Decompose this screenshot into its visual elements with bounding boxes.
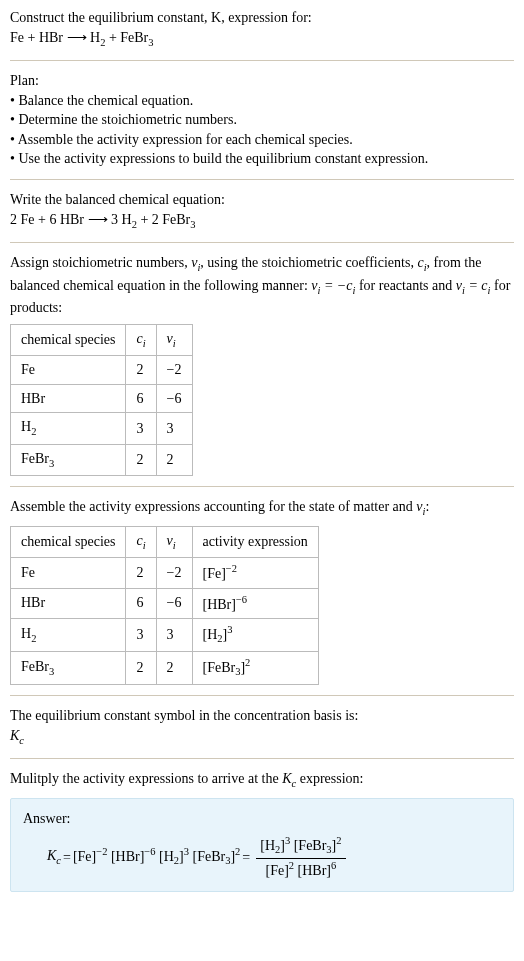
table-row: HBr 6 −6 [HBr]−6 [11,588,319,618]
multiply-text: Mulitply the activity expressions to arr… [10,771,282,786]
plan-block: Plan: • Balance the chemical equation. •… [10,71,514,169]
divider [10,695,514,696]
equals: = [242,848,250,868]
cell-species: FeBr3 [11,651,126,684]
cell-c: 6 [126,384,156,413]
cell-nu: 3 [156,413,192,444]
plan-item: • Assemble the activity expression for e… [10,130,514,150]
cell-species: HBr [11,384,126,413]
multiply-text: expression: [296,771,363,786]
cell-nu: 2 [156,651,192,684]
nu-symbol: νi [191,255,200,270]
activity-table: chemical species ci νi activity expressi… [10,526,319,685]
cell-c: 3 [126,618,156,651]
divider [10,242,514,243]
kc-symbol: Kc [47,846,61,868]
cell-species: Fe [11,558,126,588]
assign-text: for reactants and [355,278,455,293]
col-species: chemical species [11,324,126,355]
plan-heading: Plan: [10,71,514,91]
c-symbol: ci [417,255,426,270]
intro-line1: Construct the equilibrium constant, K, e… [10,8,514,28]
cell-c: 6 [126,588,156,618]
col-nu: νi [156,526,192,557]
plan-item: • Determine the stoichiometric numbers. [10,110,514,130]
kc-symbol: Kc [10,726,514,748]
cell-species: H2 [11,413,126,444]
symbol-block: The equilibrium constant symbol in the c… [10,706,514,748]
table-header-row: chemical species ci νi activity expressi… [11,526,319,557]
table-row: H2 3 3 [11,413,193,444]
table-row: H2 3 3 [H2]3 [11,618,319,651]
cell-c: 3 [126,413,156,444]
assign-block: Assign stoichiometric numbers, νi, using… [10,253,514,476]
table-row: FeBr3 2 2 [11,444,193,475]
balanced-heading: Write the balanced chemical equation: [10,190,514,210]
cell-c: 2 [126,444,156,475]
table-row: Fe 2 −2 [Fe]−2 [11,558,319,588]
cell-nu: −2 [156,558,192,588]
answer-box: Answer: Kc = [Fe]−2 [HBr]−6 [H2]3 [FeBr3… [10,798,514,892]
divider [10,60,514,61]
cell-species: FeBr3 [11,444,126,475]
flat-expression: [Fe]−2 [HBr]−6 [H2]3 [FeBr3]2 [73,845,240,869]
table-row: Fe 2 −2 [11,356,193,385]
table-header-row: chemical species ci νi [11,324,193,355]
col-activity: activity expression [192,526,318,557]
kc-expression: Kc = [Fe]−2 [HBr]−6 [H2]3 [FeBr3]2 = [H2… [23,834,501,880]
fraction: [H2]3 [FeBr3]2 [Fe]2 [HBr]6 [256,834,345,880]
cell-activity: [Fe]−2 [192,558,318,588]
plan-item: • Balance the chemical equation. [10,91,514,111]
cell-species: H2 [11,618,126,651]
cell-species: Fe [11,356,126,385]
intro-text: Construct the equilibrium constant, K, e… [10,10,312,25]
cell-c: 2 [126,356,156,385]
plan-item: • Use the activity expressions to build … [10,149,514,169]
cell-activity: [FeBr3]2 [192,651,318,684]
table-row: HBr 6 −6 [11,384,193,413]
cell-c: 2 [126,651,156,684]
cell-nu: −2 [156,356,192,385]
col-c: ci [126,324,156,355]
answer-label: Answer: [23,809,501,829]
table-row: FeBr3 2 2 [FeBr3]2 [11,651,319,684]
balanced-equation: 2 Fe + 6 HBr ⟶ 3 H2 + 2 FeBr3 [10,210,514,232]
cell-nu: −6 [156,588,192,618]
intro-block: Construct the equilibrium constant, K, e… [10,8,514,50]
relation: νi = ci [456,278,491,293]
denominator: [Fe]2 [HBr]6 [262,859,341,880]
cell-nu: −6 [156,384,192,413]
kc-symbol: Kc [282,771,296,786]
assign-text: , using the stoichiometric coefficients, [200,255,417,270]
divider [10,486,514,487]
symbol-text: The equilibrium constant symbol in the c… [10,706,514,726]
stoich-table: chemical species ci νi Fe 2 −2 HBr 6 −6 … [10,324,193,477]
assemble-block: Assemble the activity expressions accoun… [10,497,514,685]
divider [10,179,514,180]
cell-activity: [HBr]−6 [192,588,318,618]
numerator: [H2]3 [FeBr3]2 [256,834,345,858]
col-species: chemical species [11,526,126,557]
cell-nu: 2 [156,444,192,475]
balanced-block: Write the balanced chemical equation: 2 … [10,190,514,232]
cell-c: 2 [126,558,156,588]
divider [10,758,514,759]
cell-activity: [H2]3 [192,618,318,651]
relation: νi = −ci [311,278,355,293]
cell-nu: 3 [156,618,192,651]
col-nu: νi [156,324,192,355]
assign-text: Assign stoichiometric numbers, [10,255,191,270]
col-c: ci [126,526,156,557]
assemble-text: : [425,499,429,514]
equals: = [63,848,71,868]
cell-species: HBr [11,588,126,618]
multiply-block: Mulitply the activity expressions to arr… [10,769,514,891]
assemble-text: Assemble the activity expressions accoun… [10,499,416,514]
intro-equation: Fe + HBr ⟶ H2 + FeBr3 [10,28,514,50]
